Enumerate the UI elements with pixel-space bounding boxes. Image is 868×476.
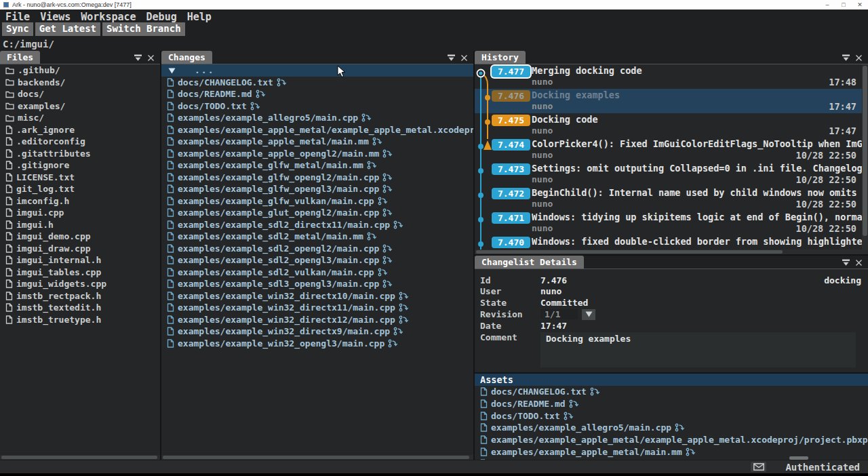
file-icon [167, 102, 174, 111]
changed-file-row[interactable]: examples/example_sdl2_metal/main.mm [161, 231, 473, 243]
changes-hscrollbar-thumb[interactable] [163, 456, 469, 459]
changed-file-row[interactable]: examples/example_win32_directx9/main.cpp [161, 325, 473, 338]
changed-file-row[interactable]: docs/CHANGELOG.txt [161, 77, 473, 89]
tab-files[interactable]: Files [0, 51, 40, 64]
close-panel-icon[interactable] [855, 259, 863, 266]
changed-file-row[interactable]: examples/example_win32_directx12/main.cp… [161, 314, 473, 326]
file-icon [167, 256, 174, 264]
commit-title: Windows: tidying up skipitems logic at e… [532, 211, 862, 223]
changed-file-row[interactable]: examples/example_glut_opengl2/main.cpp [161, 207, 473, 219]
changed-file-row[interactable]: examples/example_sdl2_opengl3/main.cpp [161, 254, 473, 266]
asset-file-row[interactable]: examples/example_apple_metal/example_app… [475, 434, 868, 446]
changed-file-row[interactable]: examples/example_win32_directx11/main.cp… [161, 302, 473, 314]
folder-icon [5, 66, 14, 75]
file-tree-folder[interactable]: examples/ [0, 100, 160, 113]
change-glyph-icon [686, 448, 696, 456]
comment-input[interactable]: Docking examples [540, 332, 856, 368]
file-tree-file[interactable]: .editorconfig [0, 136, 160, 148]
file-tree-file[interactable]: LICENSE.txt [0, 172, 160, 184]
switch-branch-button[interactable]: Switch Branch [102, 22, 185, 36]
file-icon [167, 268, 174, 277]
file-tree-file[interactable]: imconfig.h [0, 195, 160, 207]
revision-dropdown-button[interactable] [582, 309, 595, 320]
tab-changelist-details[interactable]: Changelist Details [475, 256, 584, 269]
changed-file-row[interactable]: docs/TODO.txt [161, 100, 473, 113]
menu-workspace[interactable]: Workspace [81, 11, 136, 22]
minimize-button[interactable]: – [819, 1, 835, 8]
file-tree-file[interactable]: git_log.txt [0, 183, 160, 195]
changed-file-row[interactable]: examples/example_glfw_opengl2/main.cpp [161, 172, 473, 184]
assets-list: docs/CHANGELOG.txtdocs/README.mddocs/TOD… [475, 386, 868, 460]
change-glyph-icon [367, 161, 377, 170]
close-panel-icon[interactable] [147, 54, 155, 62]
changed-file-row[interactable]: examples/example_glfw_vulkan/main.cpp [161, 195, 473, 207]
tab-changes[interactable]: Changes [161, 51, 212, 64]
file-tree-file[interactable]: imgui_tables.cpp [0, 266, 160, 279]
changed-file-row[interactable]: examples/example_sdl3_opengl3/main.cpp [161, 278, 473, 290]
menu-views[interactable]: Views [40, 11, 71, 22]
changed-file-row[interactable]: examples/example_sdl2_directx11/main.cpp [161, 219, 473, 231]
filter-icon[interactable] [842, 259, 850, 266]
changed-file-row[interactable]: examples/example_apple_metal/main.mm [161, 136, 473, 148]
file-tree-folder[interactable]: docs/ [0, 88, 160, 100]
asset-file-row[interactable]: docs/TODO.txt [475, 410, 868, 422]
changed-file-row[interactable]: examples/example_apple_metal/example_app… [161, 124, 473, 136]
file-tree-file[interactable]: imgui_draw.cpp [0, 243, 160, 255]
close-panel-icon[interactable] [855, 54, 863, 62]
changed-file-row[interactable]: examples/example_glfw_opengl3/main.cpp [161, 183, 473, 195]
files-hscrollbar-thumb[interactable] [1, 456, 157, 459]
changed-file-row[interactable]: examples/example_allegro5/main.cpp [161, 112, 473, 124]
changed-file-row[interactable]: examples/example_sdl2_opengl2/main.cpp [161, 243, 473, 255]
filter-icon[interactable] [842, 54, 850, 62]
panels-area: Files .github/backends/docs/examples/mis… [0, 51, 868, 460]
commit-row[interactable]: 7.472BeginChild(): Internal name used by… [475, 186, 862, 211]
changes-group-row[interactable]: ... [161, 64, 473, 77]
file-tree-file[interactable]: imgui_internal.h [0, 254, 160, 266]
asset-file-row[interactable]: docs/CHANGELOG.txt [475, 386, 868, 398]
history-hscrollbar-thumb[interactable] [476, 250, 783, 254]
auth-status: Authenticated [785, 462, 860, 473]
commit-row[interactable]: 7.475Docking codenuno17:47 [475, 113, 862, 138]
asset-file-row[interactable]: examples/example_allegro5/main.cpp [475, 422, 868, 434]
sync-button[interactable]: Sync [2, 22, 33, 36]
filter-icon[interactable] [134, 54, 142, 62]
maximize-button[interactable]: □ [835, 1, 852, 8]
asset-file-row[interactable]: examples/example_apple_metal/main.mm [475, 445, 868, 458]
history-vscrollbar-thumb[interactable] [863, 66, 867, 236]
file-tree-folder[interactable]: misc/ [0, 112, 160, 124]
menu-debug[interactable]: Debug [146, 11, 177, 22]
changed-file-row[interactable]: examples/example_apple_opengl2/main.mm [161, 148, 473, 160]
menu-file[interactable]: File [5, 11, 30, 22]
commit-row[interactable]: 7.477Merging docking codenuno17:48 [475, 64, 862, 89]
commit-row[interactable]: 7.471Windows: tidying up skipitems logic… [475, 211, 862, 235]
commit-row[interactable]: 7.470Windows: fixed double-clicked borde… [475, 235, 862, 250]
file-tree-file[interactable]: imgui_demo.cpp [0, 231, 160, 243]
file-tree-folder[interactable]: .github/ [0, 64, 160, 77]
file-tree-file[interactable]: imstb_truetype.h [0, 314, 160, 326]
commit-row[interactable]: 7.473Settings: omit outputing Collapsed=… [475, 162, 862, 186]
file-tree-file[interactable]: .gitignore [0, 159, 160, 172]
close-panel-icon[interactable] [460, 54, 468, 62]
folder-icon [5, 90, 14, 98]
file-tree-file[interactable]: .gitattributes [0, 148, 160, 160]
tab-history[interactable]: History [475, 51, 526, 64]
commit-row[interactable]: 7.474ColorPicker4(): Fixed ImGuiColorEdi… [475, 138, 862, 162]
menu-help[interactable]: Help [187, 11, 212, 22]
filter-icon[interactable] [447, 54, 456, 62]
changed-file-row[interactable]: examples/example_win32_directx10/main.cp… [161, 290, 473, 302]
file-tree-file[interactable]: imstb_textedit.h [0, 302, 160, 314]
file-tree-file[interactable]: imgui.cpp [0, 207, 160, 219]
file-tree-file[interactable]: imgui.h [0, 219, 160, 231]
file-tree-file[interactable]: imstb_rectpack.h [0, 290, 160, 302]
close-button[interactable]: ✕ [852, 1, 868, 8]
asset-file-row[interactable]: docs/README.md [475, 398, 868, 410]
changed-file-row[interactable]: docs/README.md [161, 88, 473, 100]
file-tree-file[interactable]: .ark_ignore [0, 124, 160, 136]
file-tree-folder[interactable]: backends/ [0, 77, 160, 89]
changed-file-row[interactable]: examples/example_sdl2_vulkan/main.cpp [161, 266, 473, 279]
commit-row[interactable]: 7.476Docking examplesnuno17:47 [475, 89, 862, 113]
file-tree-file[interactable]: imgui_widgets.cpp [0, 278, 160, 290]
get-latest-button[interactable]: Get Latest [35, 22, 100, 36]
changed-file-row[interactable]: examples/example_glfw_metal/main.mm [161, 159, 473, 172]
changed-file-row[interactable]: examples/example_win32_opengl3/main.cpp [161, 338, 473, 350]
